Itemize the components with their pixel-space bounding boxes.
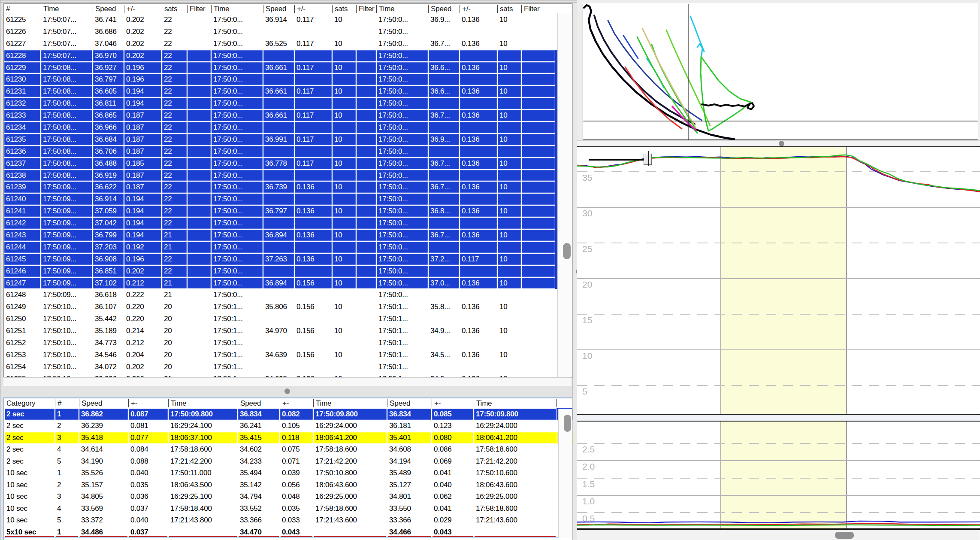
table-row[interactable]: 6123417:50:08...36.9660.1872217:50:0...1… — [4, 121, 572, 133]
category-row[interactable]: 2 sec534.1900.08817:21:42.20034.2330.071… — [4, 455, 572, 467]
table-row[interactable]: 6124817:50:09...36.6180.2222117:50:0...1… — [4, 289, 572, 301]
y-axis-tick-label: 2.0 — [582, 461, 595, 472]
table-row[interactable]: 6123517:50:08...36.6840.1872217:50:0...3… — [4, 133, 572, 146]
table-row[interactable]: 6123817:50:08...36.9190.1872217:50:0...1… — [4, 170, 572, 182]
y-axis-tick-label: 5 — [582, 386, 587, 397]
trackpoint-table-vscrollbar-thumb[interactable] — [563, 243, 571, 259]
trackpoint-table-hscrollbar[interactable] — [3, 377, 572, 386]
category-results-panel[interactable]: Category#Speed+-TimeSpeed+-TimeSpeed+-Ti… — [3, 397, 573, 540]
table-row[interactable]: 6124517:50:09...36.9080.1962217:50:0...3… — [4, 253, 572, 265]
table-row[interactable]: 6125017:50:10...35.4420.2202017:50:1...1… — [4, 313, 572, 325]
table-row[interactable]: 6124017:50:09...36.9140.1942217:50:0...1… — [4, 193, 572, 205]
category-row[interactable]: 2 sec335.4180.07718:06:37.10035.4150.118… — [4, 432, 572, 444]
cell: 17:50:08... — [41, 73, 93, 85]
table-row[interactable]: 6122817:50:07...36.9700.2022217:50:0...1… — [4, 50, 572, 62]
trackpoint-table-vscrollbar[interactable] — [557, 13, 572, 377]
category-row[interactable]: 10 sec135.5260.04017:50:11.00035.4940.03… — [4, 467, 572, 479]
measure-cursor[interactable] — [648, 151, 649, 166]
cell: 0.117 — [294, 133, 332, 146]
table-row[interactable]: 6124217:50:09...37.0420.1942217:50:0...1… — [4, 217, 572, 229]
table-row[interactable]: 6125417:50:10...34.0720.2022017:50:1...1… — [4, 361, 572, 373]
cell: 20 — [162, 315, 187, 323]
cell — [263, 97, 294, 109]
table-row[interactable]: 6124617:50:09...36.8510.2022217:50:0...1… — [4, 265, 572, 277]
measure-line[interactable] — [589, 159, 644, 161]
cell — [332, 241, 356, 253]
chart-divider-gap[interactable] — [577, 415, 980, 421]
partial-row-redline — [5, 536, 54, 537]
cell: 0.075 — [280, 445, 313, 454]
cell: 17:50:0... — [376, 121, 428, 133]
error-chart[interactable]: 2.52.01.51.00.5 — [577, 422, 980, 528]
cell: 18:06:41.200 — [313, 432, 387, 444]
cell — [332, 73, 356, 85]
cell: 17:50:08... — [41, 85, 93, 97]
table-row[interactable]: 6124917:50:10...36.1070.2202017:50:1...3… — [4, 301, 572, 313]
table-row[interactable]: 6123117:50:08...36.6050.1942217:50:0...3… — [4, 85, 572, 97]
table-row[interactable]: 6123617:50:08...36.7060.1872217:50:0...1… — [4, 146, 572, 158]
table-row[interactable]: 6125217:50:10...34.7730.2122017:50:1...1… — [4, 337, 572, 349]
chart-hscrollbar-thumb[interactable] — [835, 532, 854, 539]
chart-hscrollbar[interactable] — [577, 530, 980, 540]
category-row[interactable]: 2 sec236.2390.08116:29:24.10036.2410.105… — [4, 420, 572, 432]
horizontal-splitter-handle-icon[interactable] — [284, 388, 290, 394]
cell: 20 — [162, 303, 187, 311]
cell: 0.194 — [124, 85, 162, 97]
cell: 34.639 — [263, 351, 294, 359]
cell: 17:50:0... — [211, 146, 263, 158]
category-row[interactable]: 10 sec334.8050.03616:29:25.10034.7940.04… — [4, 491, 572, 503]
trackpoint-table-panel[interactable]: #TimeSpeed+/-satsFilterTimeSpeed+/-satsF… — [3, 3, 572, 378]
cell: 0.136 — [294, 253, 332, 265]
table-row[interactable]: 6125117:50:10...35.1890.2142017:50:1...3… — [4, 325, 572, 337]
cell — [294, 50, 332, 62]
cell — [460, 121, 497, 133]
table-row[interactable]: 6123317:50:08...36.8650.1872217:50:0...3… — [4, 109, 572, 121]
measure-handle[interactable] — [644, 154, 652, 165]
gps-track-map[interactable] — [583, 4, 978, 140]
cell: 0.202 — [124, 265, 162, 277]
table-row[interactable]: 6124417:50:09...37.2030.1922117:50:0...1… — [4, 241, 572, 253]
y-axis-tick-label: 35 — [582, 173, 592, 183]
table-row[interactable]: 6123717:50:08...36.4880.1852217:50:0...3… — [4, 158, 572, 170]
cell: 17:21:43.800 — [168, 516, 238, 525]
category-row[interactable]: 2 sec434.6140.08417:58:18.60034.6020.075… — [4, 444, 572, 456]
category-table-vscrollbar-thumb[interactable] — [564, 415, 571, 432]
category-row[interactable]: 10 sec533.3720.04017:21:43.80033.3660.03… — [4, 515, 572, 527]
speed-chart[interactable]: 3530252015105 — [577, 147, 980, 414]
map-chart-splitter-handle-icon[interactable] — [779, 141, 784, 146]
table-row[interactable]: 6124317:50:09...36.7990.1942117:50:0...3… — [4, 229, 572, 241]
category-row[interactable]: 10 sec433.5690.03717:58:18.40033.5520.03… — [4, 503, 572, 515]
cell: 33.569 — [79, 504, 128, 513]
table-row[interactable]: 6122717:50:07...37.0460.2022217:50:0...3… — [4, 38, 572, 50]
category-row[interactable]: 2 sec136.8620.08717:50:09.80036.8340.082… — [4, 408, 572, 420]
cell — [521, 158, 555, 170]
table-row[interactable]: 6125317:50:10...34.5460.2042017:50:1...3… — [4, 349, 572, 361]
table-row[interactable]: 6122517:50:07...36.7410.2022217:50:0...3… — [4, 14, 572, 26]
cell: 37.203 — [93, 241, 124, 253]
cell: Time — [376, 5, 428, 13]
table-row[interactable]: 6124117:50:09...37.0590.1942217:50:0...3… — [4, 205, 572, 217]
table-row[interactable]: 6122917:50:08...36.9270.1962217:50:0...3… — [4, 62, 572, 74]
cell: 0.202 — [124, 15, 162, 24]
cell — [428, 146, 460, 158]
cell: 36.919 — [93, 170, 124, 182]
cell: 36.706 — [93, 146, 124, 158]
cell: Time — [168, 399, 238, 407]
table-row[interactable]: 6122617:50:07...36.6860.2022217:50:0...1… — [4, 26, 572, 38]
cell: +/- — [294, 5, 332, 13]
cell: 17:50:10... — [41, 315, 93, 323]
cell: 17:50:0... — [376, 73, 428, 85]
cell — [332, 265, 356, 277]
table-row[interactable]: 6124717:50:09...37.1020.2122117:50:0...3… — [4, 277, 572, 289]
cell: 37.059 — [93, 205, 124, 217]
table-row[interactable]: 6123217:50:08...36.8110.1942217:50:0...1… — [4, 97, 572, 109]
category-table-vscrollbar[interactable] — [558, 409, 572, 538]
cell: 17:58:18.600 — [168, 445, 238, 454]
cell — [294, 193, 332, 205]
cell: Time — [474, 399, 557, 407]
category-table-bottom-line — [4, 537, 572, 538]
table-row[interactable]: 6123017:50:08...36.7970.1962217:50:0...1… — [4, 73, 572, 85]
cell: 10 sec — [4, 492, 55, 501]
table-row[interactable]: 6123917:50:09...36.6220.1872217:50:0...3… — [4, 181, 572, 193]
category-row[interactable]: 10 sec235.1570.03518:06:43.50035.1420.05… — [4, 479, 572, 491]
